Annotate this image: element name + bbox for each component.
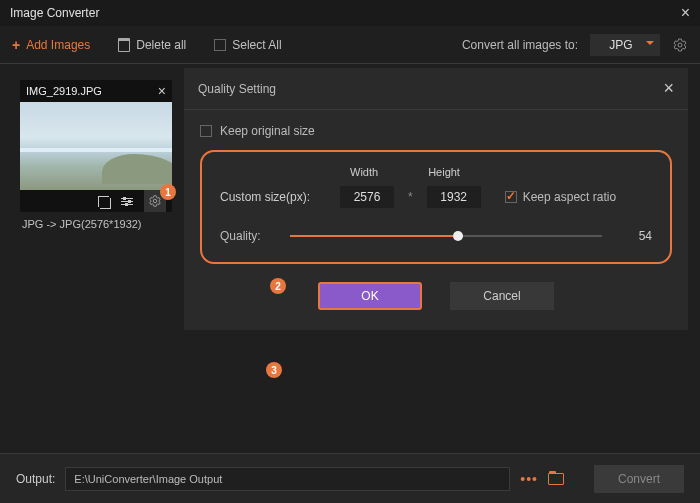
image-thumbnail[interactable] <box>20 102 172 190</box>
panel-title: Quality Setting <box>198 82 276 96</box>
titlebar: Image Converter × <box>0 0 700 26</box>
checkbox-icon <box>214 39 226 51</box>
multiply-icon: * <box>404 190 417 204</box>
keep-original-label: Keep original size <box>220 124 315 138</box>
highlight-ring: Width Height Custom size(px): * Keep asp… <box>200 150 672 264</box>
width-label: Width <box>350 166 378 178</box>
caret-down-icon <box>646 41 654 45</box>
add-images-label: Add Images <box>26 38 90 52</box>
remove-image-icon[interactable]: × <box>158 83 166 99</box>
height-input[interactable] <box>427 186 481 208</box>
image-card-header: IMG_2919.JPG × <box>20 80 172 102</box>
image-toolbar <box>20 190 172 212</box>
checkbox-checked-icon <box>505 191 517 203</box>
adjust-icon[interactable] <box>120 194 134 208</box>
main-area: IMG_2919.JPG × JPG -> JPG(2576*1932) 1 2… <box>0 64 700 444</box>
callout-badge-1: 1 <box>160 184 176 200</box>
footer: Output: ••• Convert <box>0 453 700 503</box>
close-icon[interactable]: × <box>681 4 690 22</box>
format-select[interactable]: JPG <box>590 34 660 56</box>
callout-badge-3: 3 <box>266 362 282 378</box>
quality-panel: Quality Setting × Keep original size Wid… <box>184 68 688 330</box>
ok-button[interactable]: OK <box>318 282 422 310</box>
add-images-button[interactable]: + Add Images <box>12 37 90 53</box>
panel-header: Quality Setting × <box>184 68 688 110</box>
keep-original-checkbox[interactable]: Keep original size <box>200 124 672 138</box>
delete-all-button[interactable]: Delete all <box>118 38 186 52</box>
svg-point-0 <box>678 43 682 47</box>
settings-icon[interactable] <box>672 37 688 53</box>
cancel-button[interactable]: Cancel <box>450 282 554 310</box>
aspect-ratio-checkbox[interactable]: Keep aspect ratio <box>505 190 616 204</box>
format-value: JPG <box>609 38 632 52</box>
image-caption: JPG -> JPG(2576*1932) <box>20 212 172 236</box>
select-all-label: Select All <box>232 38 281 52</box>
quality-label: Quality: <box>220 229 280 243</box>
quality-value: 54 <box>612 229 652 243</box>
width-input[interactable] <box>340 186 394 208</box>
custom-size-label: Custom size(px): <box>220 190 330 204</box>
height-label: Height <box>428 166 460 178</box>
panel-close-icon[interactable]: × <box>663 78 674 99</box>
output-path-input[interactable] <box>65 467 510 491</box>
image-card: IMG_2919.JPG × JPG -> JPG(2576*1932) <box>20 80 172 236</box>
window-title: Image Converter <box>10 6 99 20</box>
slider-thumb-icon[interactable] <box>453 231 463 241</box>
quality-slider[interactable] <box>290 228 602 244</box>
delete-all-label: Delete all <box>136 38 186 52</box>
output-label: Output: <box>16 472 55 486</box>
svg-point-1 <box>153 199 157 203</box>
toolbar: + Add Images Delete all Select All Conve… <box>0 26 700 64</box>
checkbox-icon <box>200 125 212 137</box>
image-filename: IMG_2919.JPG <box>26 85 102 97</box>
convert-button[interactable]: Convert <box>594 465 684 493</box>
plus-icon: + <box>12 37 20 53</box>
select-all-checkbox[interactable]: Select All <box>214 38 281 52</box>
callout-badge-2: 2 <box>270 278 286 294</box>
more-icon[interactable]: ••• <box>520 471 538 487</box>
aspect-label: Keep aspect ratio <box>523 190 616 204</box>
convert-to-label: Convert all images to: <box>462 38 578 52</box>
open-folder-icon[interactable] <box>548 473 564 485</box>
trash-icon <box>118 38 130 52</box>
crop-icon[interactable] <box>96 194 110 208</box>
